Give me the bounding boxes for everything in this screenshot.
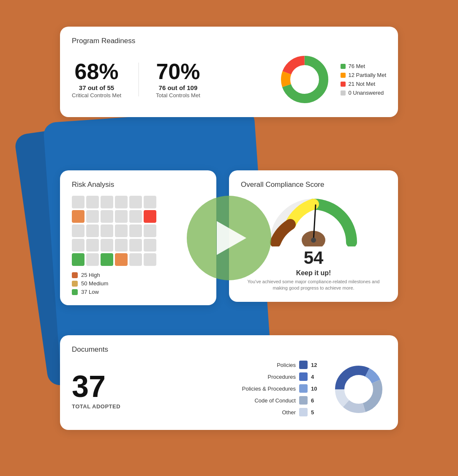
risk-cell xyxy=(115,210,128,223)
critical-controls-label: Critical Controls Met xyxy=(72,92,121,98)
critical-controls-percent: 68% xyxy=(72,60,121,82)
risk-dot-medium xyxy=(72,281,78,287)
program-chart-area: 76 Met 12 Partially Met 21 Not Met 0 Una… xyxy=(277,52,386,107)
documents-total: 37 xyxy=(72,371,120,402)
risk-legend-medium: 50 Medium xyxy=(72,280,204,287)
doc-bar-policies xyxy=(299,361,308,369)
critical-controls-detail: 37 out of 55 xyxy=(72,84,121,91)
risk-legend-low: 37 Low xyxy=(72,289,204,295)
program-readiness-title: Program Readiness xyxy=(72,37,386,45)
legend-met: 76 Met xyxy=(341,63,386,69)
risk-cell xyxy=(115,224,128,237)
doc-bar-procedures xyxy=(299,372,308,381)
doc-bar-code xyxy=(299,396,308,405)
documents-title: Documents xyxy=(72,345,386,354)
risk-cell xyxy=(144,210,156,223)
risk-cell xyxy=(129,239,142,252)
legend-partial-label: 12 Partially Met xyxy=(348,72,386,78)
program-readiness-content: 68% 37 out of 55 Critical Controls Met 7… xyxy=(72,52,386,107)
docs-item-procedures: Procedures 4 xyxy=(146,372,319,381)
program-donut-chart xyxy=(277,52,332,107)
compliance-description: You've achieved some major compliance-re… xyxy=(241,279,386,292)
risk-cell xyxy=(115,239,128,252)
risk-cell xyxy=(86,224,99,237)
doc-bar-other xyxy=(299,408,308,416)
total-controls-detail: 76 out of 109 xyxy=(156,84,200,91)
documents-content: 37 TOTAL ADOPTED Policies 12 Procedures … xyxy=(72,361,386,420)
risk-cell xyxy=(72,224,85,237)
total-controls-stat: 70% 76 out of 109 Total Controls Met xyxy=(156,60,200,98)
risk-cell xyxy=(144,253,156,266)
legend-dot-unanswered xyxy=(341,90,346,96)
doc-count-procedures: 4 xyxy=(311,374,319,380)
risk-legend: 25 High 50 Medium 37 Low xyxy=(72,272,204,295)
compliance-score: 54 xyxy=(304,248,324,268)
risk-dot-low xyxy=(72,289,78,295)
stat-separator xyxy=(138,63,139,96)
doc-name-procedures: Procedures xyxy=(241,374,296,380)
risk-cell xyxy=(115,253,128,266)
doc-name-other: Other xyxy=(241,409,296,416)
main-container: Program Readiness 68% 37 out of 55 Criti… xyxy=(39,27,419,449)
risk-cell xyxy=(129,196,142,208)
risk-dot-high xyxy=(72,272,78,278)
legend-met-label: 76 Met xyxy=(348,63,365,69)
risk-cell xyxy=(86,196,99,208)
doc-count-code: 6 xyxy=(311,397,319,404)
doc-bar-policies-procedures xyxy=(299,384,308,393)
gauge-chart xyxy=(267,196,360,246)
total-controls-percent: 70% xyxy=(156,60,200,82)
risk-cell xyxy=(101,224,113,237)
critical-controls-stat: 68% 37 out of 55 Critical Controls Met xyxy=(72,60,121,98)
risk-cell xyxy=(72,239,85,252)
doc-count-policies-procedures: 10 xyxy=(311,386,319,392)
program-readiness-card: Program Readiness 68% 37 out of 55 Criti… xyxy=(60,27,398,117)
documents-list: Policies 12 Procedures 4 Policies & Proc… xyxy=(146,361,319,420)
risk-cell xyxy=(101,239,113,252)
legend-dot-notmet xyxy=(341,82,346,87)
docs-item-policies: Policies 12 xyxy=(146,361,319,369)
risk-legend-high: 25 High xyxy=(72,272,204,278)
risk-cell xyxy=(86,239,99,252)
risk-cell xyxy=(72,210,85,223)
legend-notmet-label: 21 Not Met xyxy=(348,81,375,87)
risk-cell xyxy=(101,196,113,208)
risk-grid xyxy=(72,196,204,266)
risk-cell xyxy=(72,196,85,208)
doc-name-policies-procedures: Policies & Procedures xyxy=(241,386,296,392)
risk-cell xyxy=(72,253,85,266)
legend-dot-partial xyxy=(341,73,346,78)
risk-cell xyxy=(115,196,128,208)
legend-unanswered-label: 0 Unanswered xyxy=(348,90,384,96)
legend-dot-met xyxy=(341,64,346,69)
risk-cell xyxy=(86,253,99,266)
risk-low-label: 37 Low xyxy=(81,289,99,295)
program-legend: 76 Met 12 Partially Met 21 Not Met 0 Una… xyxy=(341,63,386,96)
docs-item-code: Code of Conduct 6 xyxy=(146,396,319,405)
documents-card: Documents 37 TOTAL ADOPTED Policies 12 P… xyxy=(60,335,398,430)
documents-total-area: 37 TOTAL ADOPTED xyxy=(72,371,120,410)
risk-cell xyxy=(144,239,156,252)
risk-analysis-title: Risk Analysis xyxy=(72,181,204,189)
risk-cell xyxy=(144,196,156,208)
docs-item-other: Other 5 xyxy=(146,408,319,416)
risk-cell xyxy=(101,253,113,266)
risk-cell xyxy=(129,224,142,237)
risk-cell xyxy=(86,210,99,223)
risk-cell xyxy=(101,210,113,223)
legend-partial: 12 Partially Met xyxy=(341,72,386,78)
doc-name-policies: Policies xyxy=(241,362,296,368)
doc-count-policies: 12 xyxy=(311,362,319,368)
doc-count-other: 5 xyxy=(311,409,319,416)
risk-medium-label: 50 Medium xyxy=(81,280,108,287)
svg-point-6 xyxy=(311,238,316,243)
compliance-keep-it-up: Keep it up! xyxy=(241,269,386,277)
total-controls-label: Total Controls Met xyxy=(156,92,200,98)
documents-donut-area xyxy=(331,362,386,419)
legend-notmet: 21 Not Met xyxy=(341,81,386,87)
legend-unanswered: 0 Unanswered xyxy=(341,90,386,96)
risk-cell xyxy=(129,253,142,266)
documents-total-label: TOTAL ADOPTED xyxy=(72,403,120,410)
risk-cell xyxy=(129,210,142,223)
play-button[interactable] xyxy=(187,196,271,280)
